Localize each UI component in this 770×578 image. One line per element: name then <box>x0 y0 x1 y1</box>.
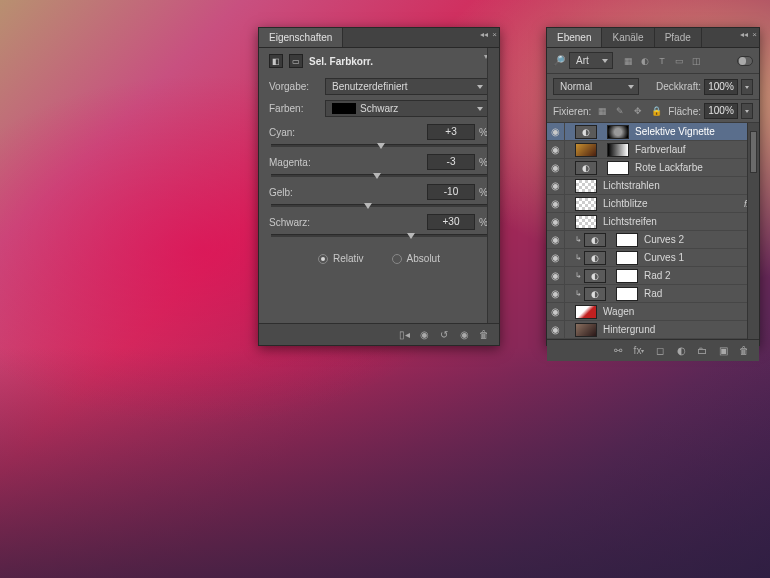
filter-type-icon[interactable]: T <box>655 54 669 68</box>
visibility-toggle[interactable]: ◉ <box>547 123 565 140</box>
layer-row[interactable]: ◉Farbverlauf <box>547 141 759 159</box>
layer-row[interactable]: ◉Lichtblitzefx▸ <box>547 195 759 213</box>
layer-thumb[interactable] <box>575 197 597 211</box>
layer-row[interactable]: ◉Lichtstrahlen <box>547 177 759 195</box>
slider-value-input[interactable]: -10 <box>427 184 475 200</box>
mask-thumb[interactable] <box>616 287 638 301</box>
layer-row[interactable]: ◉↳◐Rad 2 <box>547 267 759 285</box>
layer-thumb[interactable]: ◐ <box>584 251 606 265</box>
filter-pixel-icon[interactable]: ▦ <box>621 54 635 68</box>
opacity-slider-toggle[interactable] <box>741 79 753 95</box>
mask-icon[interactable]: ▭ <box>289 54 303 68</box>
layer-name[interactable]: Wagen <box>599 306 759 317</box>
trash-icon[interactable]: 🗑 <box>475 327 493 343</box>
visibility-icon[interactable]: ◉ <box>455 327 473 343</box>
mask-thumb[interactable] <box>616 269 638 283</box>
link-layers-icon[interactable]: ⚯ <box>609 343 627 359</box>
layer-name[interactable]: Lichtstrahlen <box>599 180 759 191</box>
slider-track[interactable] <box>271 174 487 177</box>
tab-channels[interactable]: Kanäle <box>602 28 654 47</box>
layer-thumb[interactable]: ◐ <box>584 287 606 301</box>
layer-row[interactable]: ◉Hintergrund <box>547 321 759 339</box>
layer-name[interactable]: Rad 2 <box>640 270 759 281</box>
layer-row[interactable]: ◉↳◐Curves 2 <box>547 231 759 249</box>
lock-transparent-icon[interactable]: ▦ <box>595 104 609 118</box>
layer-thumb[interactable] <box>575 215 597 229</box>
visibility-toggle[interactable]: ◉ <box>547 303 565 320</box>
add-mask-icon[interactable]: ◻ <box>651 343 669 359</box>
layer-row[interactable]: ◉↳◐Curves 1 <box>547 249 759 267</box>
view-previous-icon[interactable]: ◉ <box>415 327 433 343</box>
visibility-toggle[interactable]: ◉ <box>547 159 565 176</box>
slider-value-input[interactable]: -3 <box>427 154 475 170</box>
layer-name[interactable]: Lichtstreifen <box>599 216 759 227</box>
lock-all-icon[interactable]: 🔒 <box>649 104 663 118</box>
mask-thumb[interactable] <box>616 251 638 265</box>
mask-thumb[interactable] <box>616 233 638 247</box>
visibility-toggle[interactable]: ◉ <box>547 321 565 338</box>
slider-thumb[interactable] <box>377 143 385 149</box>
new-group-icon[interactable]: 🗀 <box>693 343 711 359</box>
new-adjustment-icon[interactable]: ◐ <box>672 343 690 359</box>
mask-thumb[interactable] <box>607 161 629 175</box>
layer-name[interactable]: Rote Lackfarbe <box>631 162 759 173</box>
visibility-toggle[interactable]: ◉ <box>547 213 565 230</box>
slider-thumb[interactable] <box>407 233 415 239</box>
mask-thumb[interactable] <box>607 125 629 139</box>
preset-dropdown[interactable]: Benutzerdefiniert <box>325 78 489 95</box>
layer-thumb[interactable] <box>575 305 597 319</box>
layer-thumb[interactable]: ◐ <box>584 233 606 247</box>
visibility-toggle[interactable]: ◉ <box>547 285 565 302</box>
layer-thumb[interactable] <box>575 323 597 337</box>
lock-position-icon[interactable]: ✥ <box>631 104 645 118</box>
slider-track[interactable] <box>271 204 487 207</box>
close-icon[interactable]: × <box>752 30 757 39</box>
trash-icon[interactable]: 🗑 <box>735 343 753 359</box>
mask-thumb[interactable] <box>607 143 629 157</box>
slider-track[interactable] <box>271 234 487 237</box>
opacity-input[interactable]: 100% <box>704 79 738 95</box>
visibility-toggle[interactable]: ◉ <box>547 267 565 284</box>
layer-name[interactable]: Curves 1 <box>640 252 759 263</box>
adjustment-type-icon[interactable]: ◧ <box>269 54 283 68</box>
close-icon[interactable]: × <box>492 30 497 39</box>
visibility-toggle[interactable]: ◉ <box>547 177 565 194</box>
clip-to-layer-icon[interactable]: ▯◂ <box>395 327 413 343</box>
fill-input[interactable]: 100% <box>704 103 738 119</box>
layer-thumb[interactable]: ◐ <box>584 269 606 283</box>
visibility-toggle[interactable]: ◉ <box>547 249 565 266</box>
layer-row[interactable]: ◉Lichtstreifen <box>547 213 759 231</box>
layer-name[interactable]: Lichtblitze <box>599 198 744 209</box>
layer-row[interactable]: ◉↳◐Rad <box>547 285 759 303</box>
filter-smart-icon[interactable]: ◫ <box>689 54 703 68</box>
visibility-toggle[interactable]: ◉ <box>547 141 565 158</box>
tab-properties[interactable]: Eigenschaften <box>259 28 343 47</box>
layer-thumb[interactable] <box>575 143 597 157</box>
radio-relative[interactable]: Relativ <box>318 253 364 264</box>
slider-track[interactable] <box>271 144 487 147</box>
layer-row[interactable]: ◉Wagen <box>547 303 759 321</box>
filter-shape-icon[interactable]: ▭ <box>672 54 686 68</box>
filter-toggle[interactable] <box>737 56 753 66</box>
layer-name[interactable]: Selektive Vignette <box>631 126 759 137</box>
filter-kind-dropdown[interactable]: Art <box>569 52 613 69</box>
layer-name[interactable]: Farbverlauf <box>631 144 759 155</box>
layer-row[interactable]: ◉◐Rote Lackfarbe <box>547 159 759 177</box>
radio-absolute[interactable]: Absolut <box>392 253 440 264</box>
filter-search-icon[interactable]: 🔎 <box>553 55 565 66</box>
lock-pixels-icon[interactable]: ✎ <box>613 104 627 118</box>
visibility-toggle[interactable]: ◉ <box>547 231 565 248</box>
scrollbar[interactable] <box>487 48 499 345</box>
collapse-icon[interactable]: ◂◂ <box>740 30 748 39</box>
blend-mode-dropdown[interactable]: Normal <box>553 78 639 95</box>
tab-layers[interactable]: Ebenen <box>547 28 602 47</box>
scrollbar[interactable] <box>747 123 759 339</box>
fx-icon[interactable]: fx▾ <box>630 343 648 359</box>
layer-row[interactable]: ◉◐Selektive Vignette <box>547 123 759 141</box>
collapse-icon[interactable]: ◂◂ <box>480 30 488 39</box>
layer-name[interactable]: Curves 2 <box>640 234 759 245</box>
layer-thumb[interactable]: ◐ <box>575 161 597 175</box>
filter-adjust-icon[interactable]: ◐ <box>638 54 652 68</box>
tab-paths[interactable]: Pfade <box>655 28 702 47</box>
slider-thumb[interactable] <box>364 203 372 209</box>
